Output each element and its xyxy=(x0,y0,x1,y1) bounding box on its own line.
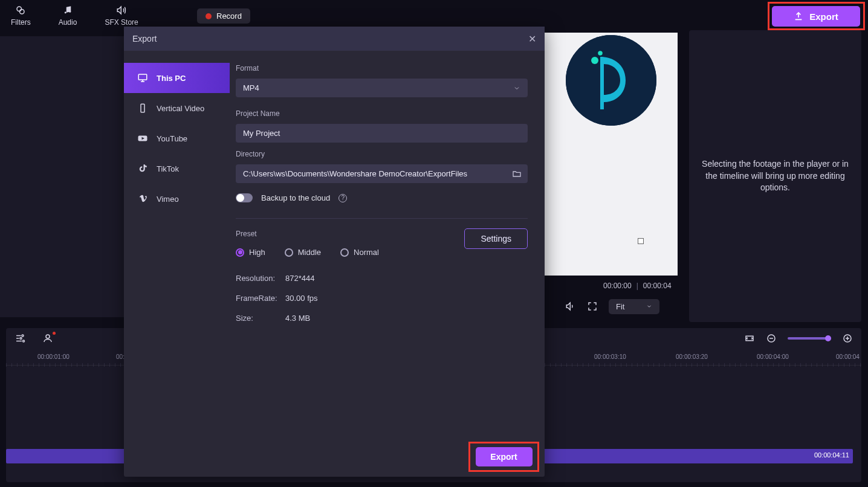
export-label: Export xyxy=(809,11,838,22)
time-current: 00:00:00 xyxy=(603,282,632,290)
framerate-label: FrameRate: xyxy=(236,294,285,303)
preset-label: Preset xyxy=(236,230,379,238)
spec-grid: Resolution: 872*444 FrameRate: 30.00 fps… xyxy=(236,263,528,323)
tiktok-icon xyxy=(137,163,148,174)
fit-label: Fit xyxy=(616,302,624,311)
clip-end-time: 00:00:04:11 xyxy=(814,451,849,459)
svg-point-3 xyxy=(65,11,66,13)
time-divider: | xyxy=(636,282,638,290)
dest-label: YouTube xyxy=(157,134,187,143)
settings-button[interactable]: Settings xyxy=(464,228,528,249)
radio-label: Normal xyxy=(354,248,379,257)
svg-rect-16 xyxy=(141,104,144,112)
backup-toggle[interactable] xyxy=(236,193,253,202)
zoom-in-icon[interactable] xyxy=(842,333,853,344)
adjust-icon[interactable] xyxy=(15,333,25,344)
preview-controls: Fit xyxy=(565,297,674,315)
tab-audio[interactable]: Audio xyxy=(59,5,77,27)
export-modal: Export ✕ This PC Vertical Video YouTube … xyxy=(124,27,545,477)
zoom-slider[interactable] xyxy=(788,337,831,340)
chevron-down-icon xyxy=(513,85,520,92)
close-icon[interactable]: ✕ xyxy=(528,33,536,45)
tab-sfx[interactable]: SFX Store xyxy=(105,5,138,27)
directory-label: Directory xyxy=(236,150,528,158)
radio-label: High xyxy=(249,248,265,257)
record-label: Record xyxy=(216,11,242,21)
dest-this-pc[interactable]: This PC xyxy=(124,63,230,93)
export-confirm-highlight: Export xyxy=(468,442,539,472)
dest-tiktok[interactable]: TikTok xyxy=(124,153,230,184)
monitor-icon xyxy=(137,73,148,83)
fit-dropdown[interactable]: Fit xyxy=(609,299,659,314)
properties-panel: Selecting the footage in the player or i… xyxy=(689,30,861,322)
backup-label: Backup to the cloud xyxy=(261,193,330,202)
format-value: MP4 xyxy=(243,83,259,92)
directory-value: C:\Users\ws\Documents\Wondershare DemoCr… xyxy=(243,169,467,178)
fit-timeline-icon[interactable] xyxy=(744,333,755,344)
audio-icon xyxy=(62,5,73,16)
export-button[interactable]: Export xyxy=(772,6,860,27)
project-name-label: Project Name xyxy=(236,109,528,118)
dest-label: This PC xyxy=(157,74,186,83)
svg-point-7 xyxy=(598,51,603,56)
sfx-icon xyxy=(116,5,127,16)
record-button[interactable]: Record xyxy=(197,8,250,24)
preview-logo xyxy=(566,35,656,126)
preset-middle[interactable]: Middle xyxy=(285,248,321,257)
svg-point-4 xyxy=(69,11,71,13)
export-icon xyxy=(794,11,803,21)
export-confirm-button[interactable]: Export xyxy=(476,447,533,466)
directory-input[interactable]: C:\Users\ws\Documents\Wondershare DemoCr… xyxy=(236,164,528,183)
svg-point-10 xyxy=(23,340,25,342)
size-value: 4.3 MB xyxy=(285,314,528,323)
ruler-mark: 00:00:04:00 xyxy=(757,353,789,360)
ruler-mark: 00:00:04 xyxy=(836,353,860,360)
phone-icon xyxy=(137,103,148,114)
dest-label: Vertical Video xyxy=(157,104,204,113)
svg-point-1 xyxy=(17,7,22,11)
tab-filters-label: Filters xyxy=(11,18,31,27)
record-dot-icon xyxy=(206,13,212,19)
project-name-input[interactable]: My Project xyxy=(236,124,528,143)
ruler-mark: 00:00:03:20 xyxy=(676,353,708,360)
tab-sfx-label: SFX Store xyxy=(105,18,138,27)
format-select[interactable]: MP4 xyxy=(236,79,528,97)
svg-point-9 xyxy=(20,338,22,340)
modal-header: Export ✕ xyxy=(124,27,545,51)
dest-label: Vimeo xyxy=(157,195,179,204)
project-name-value: My Project xyxy=(243,129,280,138)
svg-point-5 xyxy=(566,35,656,126)
zoom-out-icon[interactable] xyxy=(766,333,777,344)
dest-label: TikTok xyxy=(157,164,179,173)
youtube-icon xyxy=(137,133,148,144)
preset-normal[interactable]: Normal xyxy=(340,248,379,257)
volume-icon[interactable] xyxy=(565,301,576,312)
svg-point-8 xyxy=(22,335,24,337)
resolution-value: 872*444 xyxy=(285,274,528,283)
voiceover-icon[interactable] xyxy=(42,333,53,344)
export-button-highlight: Export xyxy=(768,2,865,30)
help-icon[interactable]: ? xyxy=(338,194,347,202)
svg-point-2 xyxy=(20,10,25,15)
time-total: 00:00:04 xyxy=(643,282,672,290)
tab-audio-label: Audio xyxy=(59,18,77,27)
filters-icon xyxy=(15,5,26,16)
ruler-mark: 00:00:03:10 xyxy=(594,353,626,360)
dest-vimeo[interactable]: Vimeo xyxy=(124,184,230,214)
divider xyxy=(236,218,528,219)
export-destination-list: This PC Vertical Video YouTube TikTok Vi… xyxy=(124,51,230,477)
size-label: Size: xyxy=(236,314,285,323)
resolution-label: Resolution: xyxy=(236,274,285,283)
dest-vertical[interactable]: Vertical Video xyxy=(124,93,230,123)
framerate-value: 30.00 fps xyxy=(285,294,528,303)
folder-icon[interactable] xyxy=(512,169,522,179)
resize-handle[interactable] xyxy=(638,238,644,244)
tab-filters[interactable]: Filters xyxy=(11,5,31,27)
vimeo-icon xyxy=(137,193,148,204)
preview-panel[interactable] xyxy=(545,33,678,276)
fullscreen-icon[interactable] xyxy=(587,301,598,312)
radio-label: Middle xyxy=(298,248,321,257)
modal-title: Export xyxy=(132,34,157,44)
preset-high[interactable]: High xyxy=(236,248,265,257)
dest-youtube[interactable]: YouTube xyxy=(124,123,230,153)
